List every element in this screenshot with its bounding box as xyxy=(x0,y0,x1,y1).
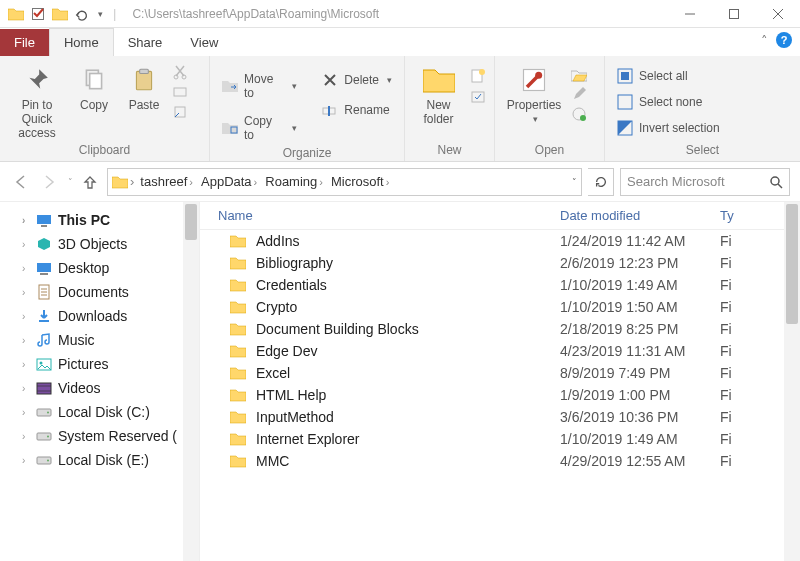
breadcrumb-segment[interactable]: Roaming› xyxy=(261,174,327,189)
history-icon[interactable] xyxy=(571,106,587,122)
qat-checkbox-icon[interactable] xyxy=(30,6,46,22)
file-date: 3/6/2019 10:36 PM xyxy=(560,409,720,425)
column-headers[interactable]: Name Date modified Ty xyxy=(200,202,800,230)
column-name[interactable]: Name xyxy=(200,208,560,223)
svg-point-13 xyxy=(479,69,485,75)
ribbon-tabs: File Home Share View ˄ ? xyxy=(0,28,800,56)
file-name: Edge Dev xyxy=(256,343,317,359)
pin-to-quick-access-button[interactable]: Pin to Quick access xyxy=(8,60,66,140)
move-to-button[interactable]: Move to▾ xyxy=(218,70,301,102)
svg-rect-25 xyxy=(41,225,47,227)
breadcrumb-segment[interactable]: tashreef› xyxy=(136,174,197,189)
paste-shortcut-icon[interactable] xyxy=(172,104,188,120)
tree-item[interactable]: ›Music xyxy=(0,328,199,352)
paste-button[interactable]: Paste xyxy=(122,60,166,112)
address-bar[interactable]: › tashreef›AppData›Roaming›Microsoft› ˅ xyxy=(107,168,582,196)
list-item[interactable]: Edge Dev4/23/2019 11:31 AMFi xyxy=(200,340,800,362)
tree-item-label: Music xyxy=(58,332,95,348)
tree-item[interactable]: ›This PC xyxy=(0,208,199,232)
tree-item[interactable]: ›Documents xyxy=(0,280,199,304)
new-folder-icon xyxy=(423,64,455,96)
folder-icon xyxy=(230,344,246,358)
file-type: Fi xyxy=(720,255,760,271)
tree-item[interactable]: ›System Reserved ( xyxy=(0,424,199,448)
file-type: Fi xyxy=(720,233,760,249)
tree-item-label: Desktop xyxy=(58,260,109,276)
back-button[interactable] xyxy=(10,171,32,193)
tab-file[interactable]: File xyxy=(0,29,49,56)
address-dropdown-icon[interactable]: ˅ xyxy=(572,177,577,187)
copy-to-button[interactable]: Copy to▾ xyxy=(218,112,301,144)
folder-icon xyxy=(230,300,246,314)
breadcrumb-segment[interactable]: AppData› xyxy=(197,174,261,189)
copy-path-icon[interactable] xyxy=(172,84,188,100)
maximize-button[interactable] xyxy=(712,0,756,28)
easy-access-icon[interactable] xyxy=(470,88,486,104)
tree-item[interactable]: ›Downloads xyxy=(0,304,199,328)
desktop-icon xyxy=(36,260,52,276)
tree-item[interactable]: ›3D Objects xyxy=(0,232,199,256)
properties-button[interactable]: Properties ▾ xyxy=(503,60,565,124)
select-all-icon xyxy=(617,68,633,84)
tree-item[interactable]: ›Local Disk (C:) xyxy=(0,400,199,424)
refresh-button[interactable] xyxy=(588,168,614,196)
new-item-icon[interactable] xyxy=(470,68,486,84)
cut-icon[interactable] xyxy=(172,64,188,80)
list-item[interactable]: Crypto1/10/2019 1:50 AMFi xyxy=(200,296,800,318)
tree-scrollbar[interactable] xyxy=(183,202,199,561)
window-controls xyxy=(668,0,800,28)
column-date[interactable]: Date modified xyxy=(560,208,720,223)
delete-button[interactable]: Delete▾ xyxy=(318,70,396,90)
minimize-button[interactable] xyxy=(668,0,712,28)
collapse-ribbon-icon[interactable]: ˄ xyxy=(761,33,768,48)
select-none-button[interactable]: Select none xyxy=(613,92,724,112)
tree-item[interactable]: ›Videos xyxy=(0,376,199,400)
vid-icon xyxy=(36,380,52,396)
list-item[interactable]: Credentials1/10/2019 1:49 AMFi xyxy=(200,274,800,296)
list-item[interactable]: Document Building Blocks2/18/2019 8:25 P… xyxy=(200,318,800,340)
search-box[interactable]: Search Microsoft xyxy=(620,168,790,196)
file-type: Fi xyxy=(720,453,760,469)
paste-label: Paste xyxy=(129,98,160,112)
list-item[interactable]: Internet Explorer1/10/2019 1:49 AMFi xyxy=(200,428,800,450)
tab-home[interactable]: Home xyxy=(49,28,114,56)
list-item[interactable]: InputMethod3/6/2019 10:36 PMFi xyxy=(200,406,800,428)
forward-button[interactable] xyxy=(38,171,60,193)
edit-icon[interactable] xyxy=(571,86,587,102)
qat-dropdown-icon[interactable]: ▾ xyxy=(98,9,103,19)
tab-view[interactable]: View xyxy=(176,29,232,56)
tab-share[interactable]: Share xyxy=(114,29,177,56)
list-item[interactable]: Excel8/9/2019 7:49 PMFi xyxy=(200,362,800,384)
group-select-label: Select xyxy=(613,141,792,159)
tree-item[interactable]: ›Desktop xyxy=(0,256,199,280)
tree-item[interactable]: ›Pictures xyxy=(0,352,199,376)
list-item[interactable]: HTML Help1/9/2019 1:00 PMFi xyxy=(200,384,800,406)
invert-selection-button[interactable]: Invert selection xyxy=(613,118,724,138)
list-scrollbar[interactable] xyxy=(784,202,800,561)
tree-item[interactable]: ›Local Disk (E:) xyxy=(0,448,199,472)
tree-item-label: 3D Objects xyxy=(58,236,127,252)
undo-icon[interactable] xyxy=(74,6,90,22)
copy-button[interactable]: Copy xyxy=(72,60,116,112)
select-all-button[interactable]: Select all xyxy=(613,66,724,86)
help-icon[interactable]: ? xyxy=(776,32,792,48)
tree-item-label: System Reserved ( xyxy=(58,428,177,444)
new-folder-button[interactable]: New folder xyxy=(413,60,464,126)
breadcrumbs: tashreef›AppData›Roaming›Microsoft› xyxy=(136,174,393,189)
list-item[interactable]: Bibliography2/6/2019 12:23 PMFi xyxy=(200,252,800,274)
group-organize-label: Organize xyxy=(218,144,396,162)
close-button[interactable] xyxy=(756,0,800,28)
svg-point-18 xyxy=(580,115,586,121)
paste-icon xyxy=(128,64,160,96)
list-item[interactable]: MMC4/29/2019 12:55 AMFi xyxy=(200,450,800,472)
open-icon[interactable] xyxy=(571,68,587,82)
svg-rect-26 xyxy=(37,263,51,272)
up-button[interactable] xyxy=(79,171,101,193)
breadcrumb-segment[interactable]: Microsoft› xyxy=(327,174,393,189)
pic-icon xyxy=(36,356,52,372)
list-item[interactable]: AddIns1/24/2019 11:42 AMFi xyxy=(200,230,800,252)
tree-item-label: Pictures xyxy=(58,356,109,372)
history-dropdown-icon[interactable]: ˅ xyxy=(68,177,73,187)
rename-button[interactable]: Rename xyxy=(318,100,396,120)
column-type[interactable]: Ty xyxy=(720,208,760,223)
